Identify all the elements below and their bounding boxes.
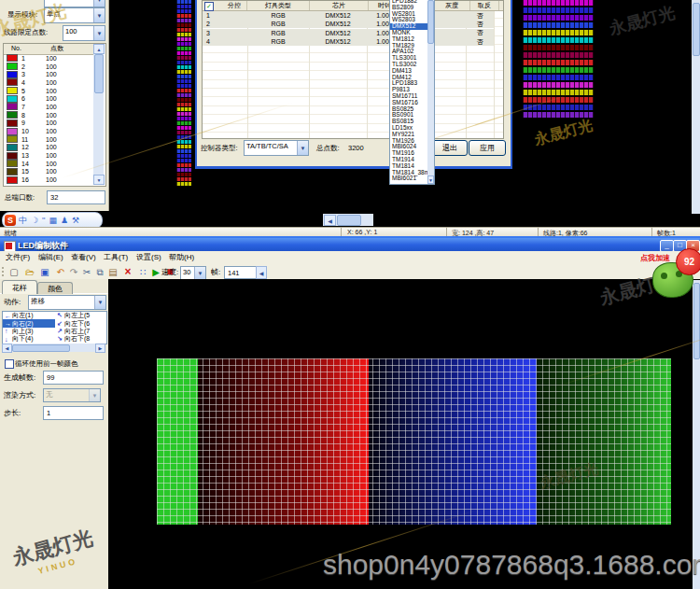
exit-button[interactable]: 退出 bbox=[432, 140, 468, 156]
palette-scrollbar[interactable]: ▲ ▼ bbox=[93, 44, 104, 184]
palette-row-no: 16 bbox=[21, 176, 46, 183]
ime-icon[interactable]: ▦ bbox=[49, 216, 58, 225]
menu-h[interactable]: 帮助(H) bbox=[169, 252, 194, 262]
apply-button[interactable]: 应用 bbox=[469, 140, 506, 156]
toolbar-grip[interactable] bbox=[2, 267, 7, 276]
cut-icon[interactable]: ✂ bbox=[80, 266, 93, 278]
line-limit-combo[interactable]: 100 ▼ bbox=[63, 25, 105, 41]
undo-icon[interactable]: ↶ bbox=[54, 266, 67, 278]
ime-icon[interactable]: 中 bbox=[19, 215, 27, 227]
frame-step-left-icon[interactable]: ◀ bbox=[256, 266, 267, 279]
table-row[interactable]: 1RGBDMX5121.00100否 bbox=[203, 11, 494, 20]
chip-list-scrollbar[interactable]: ▼ bbox=[427, 0, 434, 184]
table-row[interactable]: 3RGBDMX5121.00100否 bbox=[203, 29, 494, 37]
ime-icon[interactable]: ⚒ bbox=[72, 216, 79, 225]
palette-row-points: 100 bbox=[46, 152, 57, 159]
bg-strip-cell bbox=[176, 117, 191, 120]
palette-row[interactable]: 2100 bbox=[4, 63, 93, 71]
accelerator-text[interactable]: 点我加速 bbox=[640, 253, 670, 263]
palette-row[interactable]: 8100 bbox=[4, 111, 93, 119]
status-cursor: X: 66 ,Y: 1 bbox=[347, 229, 377, 235]
step-input[interactable]: 1 bbox=[43, 406, 104, 420]
scroll-up-icon[interactable]: ▲ bbox=[93, 44, 105, 54]
palette-col-points[interactable]: 点数 bbox=[50, 45, 63, 52]
scroll-down-icon[interactable]: ▼ bbox=[427, 175, 434, 184]
grid-icon[interactable]: ∷ bbox=[136, 266, 149, 278]
copy-icon[interactable]: ⧉ bbox=[93, 266, 106, 278]
menu-e[interactable]: 编辑(E) bbox=[38, 252, 63, 262]
render-mode-combo[interactable]: 无 ▼ bbox=[43, 388, 101, 402]
palette-row[interactable]: 1100 bbox=[4, 54, 93, 63]
palette-row[interactable]: 6100 bbox=[4, 94, 93, 103]
ime-icon[interactable]: ♟ bbox=[61, 216, 68, 225]
speed-combo[interactable]: 30 ▼ bbox=[180, 266, 206, 280]
table-row[interactable]: 4RGBDMX5121.00100否 bbox=[203, 37, 494, 46]
palette-row[interactable]: 4100 bbox=[4, 78, 93, 87]
palette-row[interactable]: 14100 bbox=[4, 160, 93, 168]
direction-list[interactable]: ←向左(1)→向右(2)↑向上(3)↓向下(4)↖向左上(5↙向左下(6↗向右上… bbox=[2, 311, 107, 344]
palette-row[interactable]: 12100 bbox=[4, 144, 93, 152]
top-vertical-scrollbar[interactable] bbox=[692, 0, 700, 214]
menu-t[interactable]: 工具(T) bbox=[104, 252, 128, 262]
fixture-table[interactable]: ✓ 分控灯具类型芯片时钟亮度灰度取反 1RGBDMX5121.00100否2RG… bbox=[202, 0, 504, 139]
sogou-logo-icon[interactable]: S bbox=[5, 215, 16, 226]
table-header-5[interactable]: 灰度 bbox=[434, 1, 470, 10]
scroll-left-icon[interactable]: ◀ bbox=[2, 344, 12, 353]
redo-icon[interactable]: ↷ bbox=[67, 266, 80, 278]
chip-option[interactable]: MBI6021 bbox=[390, 175, 427, 182]
menu-s[interactable]: 设置(S) bbox=[136, 252, 161, 262]
display-module-combo[interactable]: 单点 ▼ bbox=[44, 7, 105, 23]
scroll-right-icon[interactable]: ▶ bbox=[95, 344, 105, 353]
direction-option[interactable]: ↓向下(4) bbox=[3, 335, 55, 343]
chip-dropdown-list[interactable]: LPD1882BS2809WS2801WS2803DMX512MONKTM181… bbox=[389, 0, 435, 185]
direction-list-hscrollbar[interactable]: ◀ ▶ bbox=[2, 344, 105, 352]
table-row[interactable]: 2RGBDMX5121.00100否 bbox=[203, 20, 494, 28]
palette-col-no[interactable]: No. bbox=[11, 45, 21, 52]
play-icon[interactable]: ▶ bbox=[149, 266, 162, 278]
menu-v[interactable]: 查看(V) bbox=[71, 252, 96, 262]
palette-row[interactable]: 15100 bbox=[4, 168, 93, 176]
palette-row-points: 100 bbox=[46, 63, 57, 70]
frame-input[interactable]: 141 bbox=[224, 266, 257, 279]
scroll-left-icon[interactable]: ◀ bbox=[324, 215, 336, 226]
ime-icon[interactable]: ☽ bbox=[31, 216, 38, 225]
controller-type-combo[interactable]: TA/TB/TC/SA ▼ bbox=[244, 140, 309, 156]
palette-row-points: 100 bbox=[46, 168, 57, 175]
select-all-checkbox[interactable]: ✓ bbox=[204, 2, 214, 11]
action-combo[interactable]: 推移 ▼ bbox=[28, 295, 106, 310]
editor-vertical-scrollbar[interactable] bbox=[693, 280, 700, 589]
palette-row[interactable]: 16100 bbox=[4, 175, 93, 184]
tab-pattern[interactable]: 花样 bbox=[2, 280, 37, 294]
accelerator-badge[interactable]: 92 bbox=[676, 248, 700, 275]
delete-icon[interactable]: × bbox=[121, 266, 134, 278]
palette-row[interactable]: 7100 bbox=[4, 103, 93, 111]
palette-row[interactable]: 3100 bbox=[4, 70, 93, 78]
scroll-down-icon[interactable]: ▼ bbox=[93, 175, 105, 185]
clipped-top-combo[interactable]: ▼ bbox=[44, 0, 105, 7]
palette-row-no: 7 bbox=[21, 104, 46, 110]
tab-color[interactable]: 颜色 bbox=[37, 282, 73, 294]
table-header-1[interactable]: 灯具类型 bbox=[247, 1, 310, 10]
table-header-2[interactable]: 芯片 bbox=[310, 1, 369, 10]
save-icon[interactable]: ▣ bbox=[38, 266, 51, 278]
total-ports-input[interactable]: 32 bbox=[47, 190, 105, 204]
led-grid-preview[interactable] bbox=[157, 358, 671, 525]
palette-row[interactable]: 10100 bbox=[4, 127, 93, 135]
direction-option[interactable]: ↘向右下(8 bbox=[55, 335, 107, 343]
palette-row[interactable]: 13100 bbox=[4, 151, 93, 160]
palette-row[interactable]: 9100 bbox=[4, 119, 93, 128]
new-icon[interactable]: ▢ bbox=[7, 266, 21, 278]
table-header-6[interactable]: 取反 bbox=[470, 1, 499, 10]
open-icon[interactable]: 🗁 bbox=[23, 266, 36, 278]
palette-row[interactable]: 5100 bbox=[4, 87, 93, 95]
bg-stripe bbox=[523, 7, 594, 13]
menu-f[interactable]: 文件(F) bbox=[6, 252, 30, 262]
bg-stripe bbox=[523, 15, 594, 21]
top-horizontal-scrollbar[interactable]: ◀ bbox=[323, 214, 373, 226]
palette-row[interactable]: 11100 bbox=[4, 135, 93, 144]
paste-icon[interactable]: ▤ bbox=[106, 266, 119, 278]
loop-color-checkbox[interactable] bbox=[5, 359, 14, 369]
color-swatch bbox=[7, 119, 18, 127]
ime-icon[interactable]: '' bbox=[42, 216, 45, 225]
gen-frames-input[interactable]: 99 bbox=[43, 371, 104, 385]
